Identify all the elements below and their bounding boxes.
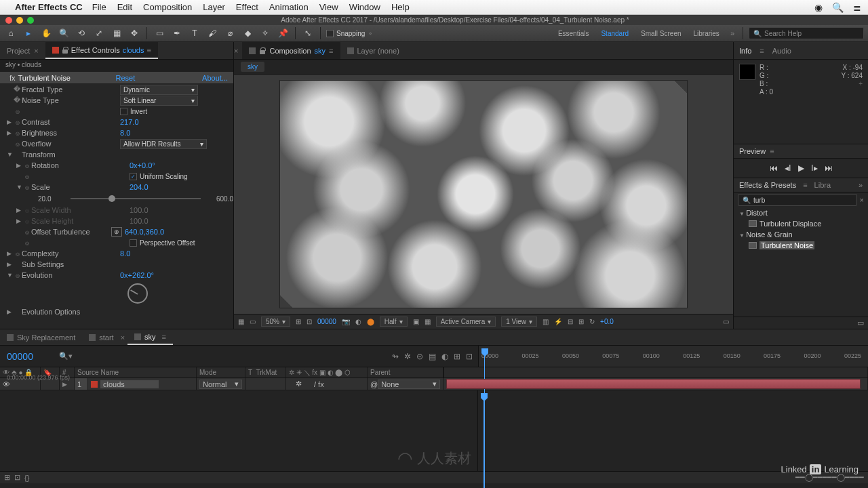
close-icon[interactable]: × <box>234 47 238 55</box>
tab-composition[interactable]: Compositionsky≡ <box>242 42 340 59</box>
expand-layer-icon[interactable]: ▶ <box>62 381 67 388</box>
timeline-layer-row[interactable]: 👁 ▶ 1 clouds Normal▾ ✲/ fx @None▾ <box>0 378 868 390</box>
frame-blend-icon[interactable]: ▤ <box>429 352 436 361</box>
layer-color-icon[interactable] <box>91 381 98 388</box>
crosshair-icon[interactable]: ⊕ <box>111 227 122 237</box>
zoom-tool-icon[interactable]: 🔍 <box>57 26 71 40</box>
effect-header[interactable]: fx Turbulent Noise Reset About... <box>0 72 233 84</box>
parent-dropdown[interactable]: None▾ <box>378 380 440 389</box>
spotlight-icon[interactable]: 🔍 <box>832 2 844 13</box>
visibility-toggle-icon[interactable]: 👁 <box>3 380 10 388</box>
roi-icon[interactable]: ▣ <box>413 318 419 325</box>
rotation-tool-icon[interactable]: ⤢ <box>92 26 106 40</box>
anchor-tool-icon[interactable]: ✥ <box>127 26 141 40</box>
brightness-value[interactable]: 8.0 <box>120 129 130 137</box>
transparency-icon[interactable]: ▦ <box>425 318 431 325</box>
tab-libraries[interactable]: Libra <box>814 181 831 189</box>
eraser-tool-icon[interactable]: ◆ <box>241 26 254 40</box>
overflow-icon[interactable]: » <box>859 181 863 189</box>
zoom-window-icon[interactable] <box>27 17 34 24</box>
pen-tool-icon[interactable]: ✒ <box>170 26 184 40</box>
category-noise-grain[interactable]: Noise & Grain <box>734 229 868 240</box>
rect-tool-icon[interactable]: ▭ <box>153 26 166 40</box>
tab-info[interactable]: Info <box>739 47 751 55</box>
menu-effect[interactable]: Effect <box>236 2 258 12</box>
menu-composition[interactable]: Composition <box>143 2 192 12</box>
workspace-essentials[interactable]: Essentials <box>558 30 589 37</box>
prop-sub-settings[interactable]: Sub Settings <box>0 259 233 270</box>
tab-effect-controls[interactable]: Effect Controls clouds ≡ <box>45 42 158 59</box>
text-tool-icon[interactable]: T <box>188 26 201 40</box>
playhead[interactable] <box>481 346 488 367</box>
menu-view[interactable]: View <box>319 2 338 12</box>
exposure-value[interactable]: +0.0 <box>600 318 614 325</box>
roto-tool-icon[interactable]: ✧ <box>258 26 272 40</box>
safe-zones-icon[interactable]: ⊡ <box>307 318 312 325</box>
current-time[interactable]: 00000 <box>317 318 336 325</box>
toggle-switches-icon[interactable]: ⊞ <box>4 473 10 482</box>
fractal-type-dropdown[interactable]: Dynamic▾ <box>120 85 198 95</box>
workspace-libraries[interactable]: Libraries <box>694 30 719 37</box>
time-ruler[interactable]: 0000000025000500007500100001250015000175… <box>478 346 868 367</box>
reset-link[interactable]: Reset <box>116 74 203 82</box>
snapping-checkbox[interactable]: Snapping ⚬ <box>326 30 373 37</box>
scale-value[interactable]: 204.0 <box>130 183 149 191</box>
next-frame-icon[interactable]: Ⅰ▸ <box>811 163 818 173</box>
motion-blur-icon[interactable]: ◐ <box>441 352 448 361</box>
menu-help[interactable]: Help <box>391 2 410 12</box>
menu-animation[interactable]: Animation <box>269 2 309 12</box>
last-frame-icon[interactable]: ⏭ <box>825 163 833 173</box>
camera-tool-icon[interactable]: ▦ <box>110 26 123 40</box>
composition-viewport[interactable] <box>280 81 687 308</box>
preset-turbulent-displace[interactable]: Turbulent Displace <box>734 218 868 229</box>
viewer-options-icon[interactable]: ▭ <box>723 318 729 325</box>
pixel-aspect-icon[interactable]: ▥ <box>542 318 549 325</box>
app-name[interactable]: After Effects CC <box>15 2 83 12</box>
blend-mode-dropdown[interactable]: Normal▾ <box>199 380 242 389</box>
camera-dropdown[interactable]: Active Camera▾ <box>436 317 496 327</box>
lock-icon[interactable] <box>259 47 266 54</box>
layer-duration-bar[interactable] <box>446 379 861 389</box>
zoom-dropdown[interactable]: 50%▾ <box>261 317 290 327</box>
fast-preview-icon[interactable]: ⚡ <box>554 318 562 325</box>
graph-editor-icon[interactable]: ⊞ <box>454 352 460 361</box>
tab-layer[interactable]: Layer (none) <box>340 42 406 59</box>
tab-start[interactable]: start <box>82 329 120 345</box>
about-link[interactable]: About... <box>202 74 228 82</box>
resolution-icon[interactable]: ⊞ <box>296 318 301 325</box>
parent-pickwhip-icon[interactable]: @ <box>370 380 378 388</box>
evolution-dial[interactable] <box>127 283 148 304</box>
toggle-modes-icon[interactable]: ⊡ <box>14 473 20 482</box>
invert-checkbox[interactable]: Invert <box>120 108 147 115</box>
close-window-icon[interactable] <box>5 17 12 24</box>
cc-icon[interactable]: ◉ <box>814 2 823 13</box>
prev-frame-icon[interactable]: ◂Ⅰ <box>785 163 791 173</box>
uniform-scaling-checkbox[interactable]: ✓Uniform Scaling <box>130 173 188 180</box>
tab-sky[interactable]: sky≡ <box>127 329 173 345</box>
effects-search-input[interactable]: 🔍turb <box>738 194 857 206</box>
prop-evolution-options[interactable]: Evolution Options <box>0 306 233 317</box>
search-help-input[interactable]: 🔍Search Help <box>749 27 864 39</box>
effect-controls-layer-link[interactable]: clouds <box>123 46 144 54</box>
tab-audio[interactable]: Audio <box>772 47 791 55</box>
clear-search-icon[interactable]: × <box>860 196 864 204</box>
play-icon[interactable]: ▶ <box>798 163 804 173</box>
tab-effects-presets[interactable]: Effects & Presets <box>739 181 796 189</box>
complexity-value[interactable]: 8.0 <box>120 249 130 258</box>
minimize-window-icon[interactable] <box>16 17 23 24</box>
noise-type-dropdown[interactable]: Soft Linear▾ <box>120 96 198 106</box>
brackets-icon[interactable]: {} <box>24 474 29 482</box>
reset-exposure-icon[interactable]: ↻ <box>589 318 595 325</box>
orbit-tool-icon[interactable]: ⟲ <box>75 26 88 40</box>
comp-mini-flowchart[interactable]: sky <box>234 60 733 75</box>
views-dropdown[interactable]: 1 View▾ <box>501 317 537 327</box>
menu-edit[interactable]: Edit <box>117 2 132 12</box>
puppet-tool-icon[interactable]: 📌 <box>276 26 290 40</box>
offset-turbulence-value[interactable]: 640.0,360.0 <box>125 228 164 236</box>
close-icon[interactable]: × <box>121 333 125 342</box>
toggle-mask-icon[interactable]: ▭ <box>250 318 256 325</box>
evolution-value[interactable]: 0x+262.0° <box>120 271 154 279</box>
lock-icon[interactable] <box>62 47 68 54</box>
brush-tool-icon[interactable]: 🖌 <box>205 26 219 40</box>
draft3d-icon[interactable]: ✲ <box>404 352 411 361</box>
